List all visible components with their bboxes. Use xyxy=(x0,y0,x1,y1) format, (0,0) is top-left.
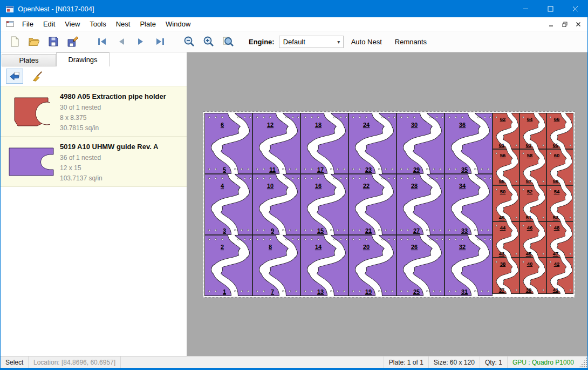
menu-plate[interactable]: Plate xyxy=(135,17,161,31)
zoom-out-button[interactable] xyxy=(180,33,199,50)
part-name: 4980 A05 Extraction pipe holder xyxy=(60,92,166,100)
menu-window[interactable]: Window xyxy=(161,17,195,31)
menu-view[interactable]: View xyxy=(60,17,85,31)
close-button[interactable] xyxy=(563,1,587,17)
nested-part-pair-red[interactable]: 5655 xyxy=(493,149,519,185)
nested-part-pair-red[interactable]: 6261 xyxy=(493,113,519,149)
part-number: 16 xyxy=(315,183,322,189)
status-right-group: Plate: 1 of 1 Size: 60 x 120 Qty: 1 GPU … xyxy=(384,356,587,368)
maximize-button[interactable] xyxy=(538,1,563,17)
nested-part-pair-purple[interactable]: 2423 xyxy=(348,113,396,174)
save-button[interactable] xyxy=(44,33,63,50)
assign-drawing-button[interactable] xyxy=(6,69,23,84)
nested-part-pair-purple[interactable]: 2221 xyxy=(348,174,396,235)
app-icon xyxy=(5,5,14,14)
part-number: 29 xyxy=(413,166,420,173)
nested-part-pair-purple[interactable]: 1817 xyxy=(300,113,348,174)
part-number: 22 xyxy=(363,183,370,189)
part-number: 6 xyxy=(221,122,224,128)
broom-icon xyxy=(31,70,43,82)
nested-part-pair-purple[interactable]: 87 xyxy=(252,235,300,296)
status-location: Location: [84.8696, 60.6957] xyxy=(29,356,121,368)
part-number: 66 xyxy=(554,116,560,122)
panel-tabs: Plates Drawings xyxy=(1,52,187,66)
part-nested-count: 36 of 1 nested xyxy=(60,153,158,163)
mdi-restore-button[interactable] xyxy=(559,19,571,29)
nested-part-pair-red[interactable]: 4241 xyxy=(546,258,573,294)
nested-part-pair-red[interactable]: 4443 xyxy=(493,221,519,258)
previous-plate-button[interactable] xyxy=(112,33,131,50)
nested-part-pair-purple[interactable]: 3029 xyxy=(396,113,444,174)
nested-part-pair-red[interactable]: 5049 xyxy=(493,185,519,221)
nested-part-pair-purple[interactable]: 43 xyxy=(204,174,252,235)
clear-drawings-button[interactable] xyxy=(29,69,46,84)
part-number: 41 xyxy=(553,287,559,293)
menu-edit[interactable]: Edit xyxy=(38,17,60,31)
tab-plates[interactable]: Plates xyxy=(2,54,56,66)
part-number: 24 xyxy=(363,122,370,128)
save-icon xyxy=(47,35,60,48)
nested-part-pair-purple[interactable]: 1211 xyxy=(252,113,300,174)
nested-part-pair-red[interactable]: 4039 xyxy=(519,258,546,294)
first-plate-button[interactable] xyxy=(92,33,112,50)
nested-part-pair-red[interactable]: 4847 xyxy=(546,221,573,258)
nested-part-pair-purple[interactable]: 3433 xyxy=(445,174,492,235)
nested-part-pair-red[interactable]: 5251 xyxy=(519,185,546,221)
status-mode: Select xyxy=(1,356,29,368)
nested-part-pair-red[interactable]: 5453 xyxy=(546,185,573,221)
part-size: 8 x 8.375 xyxy=(60,113,166,123)
nested-part-pair-purple[interactable]: 3231 xyxy=(445,235,492,296)
menu-nest[interactable]: Nest xyxy=(111,17,135,31)
nested-part-pair-purple[interactable]: 3635 xyxy=(445,113,492,174)
part-info: 5019 A10 UHMW guide Rev. A 36 of 1 neste… xyxy=(60,139,158,184)
remnants-button[interactable]: Remnants xyxy=(389,35,432,49)
part-number: 4 xyxy=(221,183,224,189)
nested-part-pair-purple[interactable]: 21 xyxy=(204,235,252,296)
chevron-down-icon: ▾ xyxy=(334,39,343,45)
mdi-close-button[interactable] xyxy=(572,19,584,29)
part-number: 56 xyxy=(500,152,506,158)
mdi-minimize-button[interactable] xyxy=(545,19,557,29)
zoom-fit-button[interactable] xyxy=(218,33,238,50)
nested-part-pair-purple[interactable]: 1615 xyxy=(300,174,348,235)
minimize-button[interactable] xyxy=(513,1,538,17)
nested-part-pair-red[interactable]: 6059 xyxy=(546,149,573,185)
next-plate-button[interactable] xyxy=(131,33,151,50)
part-number: 36 xyxy=(459,122,466,128)
list-item[interactable]: 4980 A05 Extraction pipe holder 30 of 1 … xyxy=(1,86,187,137)
zoom-in-button[interactable] xyxy=(199,33,218,50)
part-number: 10 xyxy=(267,183,274,189)
part-number: 50 xyxy=(500,189,506,194)
nested-part-pair-purple[interactable]: 109 xyxy=(252,174,300,235)
resize-grip[interactable] xyxy=(579,356,587,368)
nested-part-pair-purple[interactable]: 1413 xyxy=(300,235,348,296)
open-button[interactable] xyxy=(24,33,44,50)
nested-part-pair-purple[interactable]: 2019 xyxy=(348,235,396,296)
tab-drawings[interactable]: Drawings xyxy=(56,52,110,66)
part-number: 62 xyxy=(500,116,506,122)
new-document-icon xyxy=(8,35,21,48)
menu-tools[interactable]: Tools xyxy=(85,17,111,31)
last-plate-button[interactable] xyxy=(151,33,170,50)
nested-part-pair-red[interactable]: 5857 xyxy=(519,149,546,185)
nested-part-pair-red[interactable]: 6463 xyxy=(519,113,546,149)
part-number: 65 xyxy=(553,142,559,148)
previous-arrow-icon xyxy=(115,35,128,48)
nested-part-pair-purple[interactable]: 65 xyxy=(204,113,252,174)
menu-file[interactable]: File xyxy=(17,17,38,31)
new-button[interactable] xyxy=(5,33,24,50)
list-item[interactable]: 5019 A10 UHMW guide Rev. A 36 of 1 neste… xyxy=(1,137,187,187)
nested-part-pair-red[interactable]: 3837 xyxy=(493,258,519,294)
status-plate: Plate: 1 of 1 xyxy=(384,356,428,368)
nest-canvas[interactable]: 6512111817242330293635431091615222128273… xyxy=(187,52,587,356)
nested-part-pair-purple[interactable]: 2625 xyxy=(396,235,444,296)
nest-plate[interactable]: 6512111817242330293635431091615222128273… xyxy=(203,111,575,298)
part-number: 3 xyxy=(223,227,226,234)
auto-nest-button[interactable]: Auto Nest xyxy=(346,35,387,49)
engine-select[interactable]: Default ▾ xyxy=(279,36,344,48)
save-as-button[interactable] xyxy=(63,33,83,50)
nested-part-pair-red[interactable]: 6665 xyxy=(546,113,573,149)
part-number: 59 xyxy=(553,178,559,184)
nested-part-pair-purple[interactable]: 2827 xyxy=(396,174,444,235)
nested-part-pair-red[interactable]: 4645 xyxy=(519,221,546,258)
